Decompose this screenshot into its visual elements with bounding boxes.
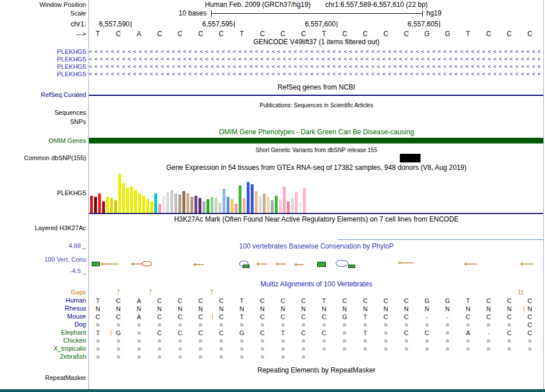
label-100-vert-cons[interactable]: 100 Vert. Cons (44, 256, 86, 263)
multiz-track-title[interactable]: Multiz Alignments of 100 Vertebrates (89, 281, 544, 288)
gene-arrow-row[interactable]: <<<<<<<<<<<<<<<<<<<<<<<<<<<<<<<<<<<<<<<<… (89, 56, 544, 63)
conservation-arrowhead (398, 261, 400, 265)
alignment-base: = (343, 321, 347, 329)
alignment-base: N (137, 305, 141, 313)
gtex-expression-bar (255, 191, 258, 213)
alignment-base: C (281, 297, 285, 305)
gtex-track-title[interactable]: Gene Expression in 54 tissues from GTEx … (89, 164, 544, 172)
label-layered-h3k27ac[interactable]: Layered H3K27Ac (35, 224, 86, 232)
gencode-gene-label-3[interactable]: PLEKHG5 (57, 63, 86, 71)
label-sequences[interactable]: Sequences (54, 109, 86, 117)
repeatmasker-track[interactable] (89, 375, 544, 383)
assembly-name: Human Feb. 2009 (GRCh37/hg19) (205, 1, 310, 9)
alignment-base: = (507, 321, 511, 329)
dbsnp-variant[interactable] (400, 154, 421, 162)
gtex-expression-bar (102, 201, 105, 213)
phylop-track-title[interactable]: 100 vertebrates Basewise Conservation by… (89, 243, 544, 250)
species-label-x_tropicalis[interactable]: X_tropicalis (53, 345, 86, 352)
alignment-base: = (343, 329, 347, 337)
alignment-base: = (199, 337, 203, 345)
strand-direction-arrow: ---> (76, 30, 86, 38)
species-label-chicken[interactable]: Chicken (63, 337, 86, 344)
species-label-human[interactable]: Human (66, 297, 86, 304)
alignment-base: G (425, 297, 430, 305)
alignment-base: = (96, 321, 99, 329)
species-label-mouse[interactable]: Mouse (67, 313, 86, 320)
dbsnp-track-title[interactable]: Short Genetic Variants from dbSNP releas… (89, 146, 544, 154)
sequence-base: C (260, 30, 265, 38)
publications-track-title[interactable]: Publications: Sequences in Scientific Ar… (89, 102, 544, 109)
alignment-base: C (260, 313, 264, 321)
alignment-base: = (384, 337, 387, 345)
gtex-expression-bar (194, 196, 197, 213)
conservation-mark (259, 263, 267, 265)
alignment-base: = (281, 353, 285, 361)
conservation-mark (297, 264, 303, 265)
alignment-base: N (198, 305, 203, 313)
alignment-base: = (240, 353, 243, 361)
conservation-mark (400, 262, 413, 263)
gtex-expression-bar (295, 192, 298, 213)
sequence-base: G (425, 30, 430, 38)
h3k27ac-track-title[interactable]: H3K27Ac Mark (Often Found Near Active Re… (89, 216, 544, 223)
alignment-base: G (342, 313, 348, 321)
alignment-base: = (96, 337, 99, 345)
gtex-expression-bar (170, 190, 173, 213)
bottom-border-bar (0, 389, 545, 392)
gene-arrow-row[interactable]: <<<<<<<<<<<<<<<<<<<<<<<<<<<<<<<<<<<<<<<<… (89, 48, 544, 56)
repeatmasker-track-title[interactable]: Repeating Elements by RepeatMasker (89, 367, 544, 374)
alignment-base: = (302, 337, 305, 345)
sequence-base: C (383, 30, 388, 38)
conservation-track[interactable] (89, 251, 544, 274)
omim-gene-bar[interactable] (89, 138, 544, 143)
gtex-expression-bar (134, 190, 137, 213)
alignment-base: N (157, 305, 162, 313)
alignment-base: C (507, 297, 512, 305)
species-label-elephant[interactable]: Elephant (61, 329, 86, 336)
alignment-base: C (198, 329, 203, 337)
gtex-expression-bar (211, 197, 213, 213)
conservation-mark (336, 260, 348, 267)
gtex-expression-bar (263, 193, 266, 213)
gencode-gene-rows[interactable]: <<<<<<<<<<<<<<<<<<<<<<<<<<<<<<<<<<<<<<<<… (89, 48, 544, 79)
label-gtex-gene[interactable]: PLEKHG5 (57, 189, 86, 197)
species-label-rhesus[interactable]: Rhesus (65, 305, 86, 312)
species-label-zebrafish[interactable]: Zebrafish (60, 353, 86, 360)
alignment-base: C (404, 313, 408, 321)
label-refseq-curated[interactable]: RefSeq Curated (41, 91, 86, 99)
omim-track-title[interactable]: OMIM Gene Phenotypes - Dark Green Can Be… (89, 129, 544, 136)
gene-arrow-row[interactable]: <<<<<<<<<<<<<<<<<<<<<<<<<<<<<<<<<<<<<<<<… (89, 63, 544, 71)
alignment-base: = (199, 321, 203, 329)
species-label-dog[interactable]: Dog (75, 321, 86, 328)
alignment-base: N (219, 305, 224, 313)
alignment-base: = (137, 353, 141, 361)
label-common-dbsnp[interactable]: Common dbSNP(155) (24, 154, 86, 162)
alignment-base: N (384, 305, 388, 313)
label-omim-genes[interactable]: OMIM Genes (49, 137, 86, 145)
alignment-base: = (322, 345, 326, 353)
alignment-base: = (302, 353, 305, 361)
gtex-expression-bar (219, 203, 221, 213)
alignment-base: T (363, 329, 367, 337)
gtex-expression-chart[interactable] (89, 172, 544, 214)
gene-arrow-row[interactable]: <<<<<<<<<<<<<<<<<<<<<<<<<<<<<<<<<<<<<<<<… (89, 71, 544, 78)
gencode-track-title[interactable]: GENCODE V49lift37 (1 items filtered out) (89, 38, 544, 46)
gencode-gene-label-2[interactable]: PLEKHG5 (57, 56, 86, 63)
multiz-alignment-grid[interactable]: TCACCCCTCCCTCCCCGGTCCCNNNNNNNNNNNNNNNNNN… (89, 297, 544, 361)
gencode-gene-label-4[interactable]: PLEKHG5 (57, 71, 86, 78)
gtex-baseline (89, 213, 544, 214)
gencode-gene-label-1[interactable]: PLEKHG5 (57, 48, 86, 56)
label-repeatmasker[interactable]: RepeatMasker (45, 374, 86, 382)
alignment-base: C (301, 313, 306, 321)
label-snps[interactable]: SNPs (70, 118, 86, 126)
alignment-base: = (240, 337, 243, 345)
refseq-curated-gene[interactable] (89, 95, 544, 96)
refseq-track-title[interactable]: RefSeq genes from NCBI (89, 84, 544, 91)
alignment-base: = (281, 345, 285, 353)
alignment-base: N (466, 305, 470, 313)
sequence-base: A (137, 30, 141, 38)
gtex-expression-bar (122, 183, 125, 213)
gtex-expression-bar (126, 188, 129, 213)
alignment-base: C (198, 297, 203, 305)
track-left-border (88, 0, 89, 389)
